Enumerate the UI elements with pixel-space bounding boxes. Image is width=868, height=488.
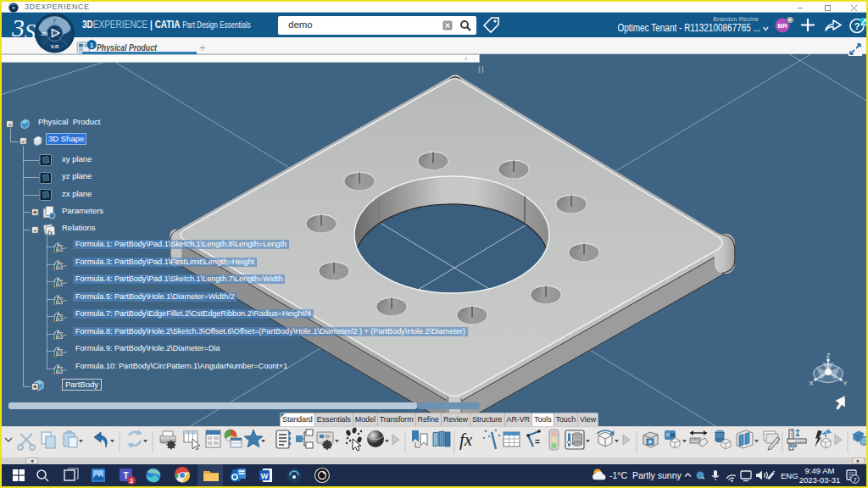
svg-text:?: ? [854, 21, 860, 31]
svg-text:Z: Z [826, 352, 831, 359]
svg-text:BR: BR [777, 22, 787, 30]
svg-text:fx: fx [47, 227, 53, 236]
svg-text:y: y [53, 16, 57, 24]
svg-text:3D: 3D [42, 31, 48, 36]
svg-text:W: W [261, 472, 269, 480]
svg-text:Y: Y [843, 380, 847, 387]
svg-text:1: 1 [90, 42, 93, 49]
svg-text:7: 7 [853, 476, 856, 484]
svg-text:=: = [535, 437, 540, 446]
svg-text:3: 3 [12, 14, 25, 40]
svg-text:2: 2 [130, 477, 133, 485]
svg-text:-1°C Partly sunny: -1°C Partly sunny [609, 470, 682, 480]
svg-text:X: X [809, 380, 813, 387]
svg-text:9:49 AM: 9:49 AM [805, 466, 835, 475]
svg-text:V.R: V.R [51, 44, 59, 49]
svg-text:2023-03-31: 2023-03-31 [799, 475, 841, 485]
svg-text:fx: fx [459, 430, 473, 450]
svg-text:ENG: ENG [781, 471, 798, 480]
